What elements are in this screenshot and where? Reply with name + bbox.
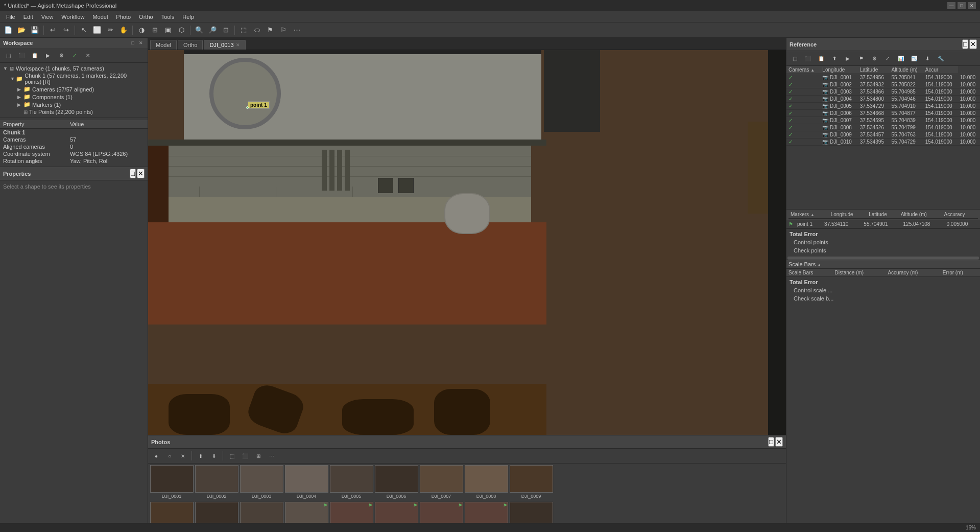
open-button[interactable]: 📂 <box>15 24 28 36</box>
workspace-close-btn[interactable]: ✕ <box>137 39 145 47</box>
tab-model[interactable]: Model <box>150 40 177 50</box>
ref-tb10[interactable]: 📉 <box>908 52 920 64</box>
zoom-in-button[interactable]: 🔍 <box>193 24 205 36</box>
menu-edit[interactable]: Edit <box>19 13 37 21</box>
view3-button[interactable]: ⬡ <box>175 24 187 36</box>
cameras-col-header[interactable]: Cameras ▲ <box>786 66 820 74</box>
photos-tb1[interactable]: ● <box>150 450 162 462</box>
components-item[interactable]: ▶ 📁 Components (1) <box>16 93 146 101</box>
camera-row[interactable]: ✓📷 DJI_000337.53486655.704985154.0190001… <box>786 88 980 96</box>
photos-tb4[interactable]: ⬆ <box>195 450 207 462</box>
new-button[interactable]: 📄 <box>2 24 14 36</box>
markers-item[interactable]: ▶ 📁 Markers (1) <box>16 101 146 108</box>
reference-cameras-table-container[interactable]: Cameras ▲ Longitude Latitude Altitude (m… <box>786 66 980 209</box>
flag-button[interactable]: ⚐ <box>277 24 290 36</box>
photos-tb5[interactable]: ⬇ <box>208 450 220 462</box>
photos-expand-btn[interactable]: □ <box>768 437 774 447</box>
reference-expand-btn[interactable]: □ <box>962 39 968 49</box>
reference-close-btn[interactable]: ✕ <box>969 39 977 49</box>
chunk-item[interactable]: ▼ 📁 Chunk 1 (57 cameras, 1 markers, 22,2… <box>9 72 146 85</box>
redo-button[interactable]: ↪ <box>60 24 72 36</box>
crop-button[interactable]: ⬚ <box>237 24 250 36</box>
ref-tb6[interactable]: ⚑ <box>855 52 867 64</box>
photo-item-dji0001[interactable]: DJI_0001 <box>149 465 194 499</box>
ref-tb1[interactable]: ⬚ <box>788 52 801 64</box>
camera-row[interactable]: ✓📷 DJI_000837.53452655.704799154.0190001… <box>786 124 980 131</box>
photo-item-dji0004[interactable]: DJI_0004 <box>284 465 329 499</box>
view1-button[interactable]: ⊞ <box>149 24 161 36</box>
ref-tb7[interactable]: ⚙ <box>868 52 880 64</box>
camera-row[interactable]: ✓📷 DJI_000537.53472955.704910154.1190001… <box>786 103 980 110</box>
marker-row-point1[interactable]: ⚑ point 1 37.534110 55.704901 125.047108… <box>786 220 980 228</box>
photo-item-dji0007[interactable]: DJI_0007 <box>419 465 464 499</box>
tab-dji0013-close[interactable]: ✕ <box>236 42 240 48</box>
ref-tb4[interactable]: ⬆ <box>828 52 841 64</box>
draw-button[interactable]: ✏ <box>104 24 116 36</box>
photo-item-dji0006[interactable]: DJI_0006 <box>374 465 419 499</box>
ref-tb8[interactable]: ✓ <box>881 52 894 64</box>
accuracy-col-header[interactable]: Accur <box>923 66 958 74</box>
camera-row[interactable]: ✓📷 DJI_000137.53495655.705041154.3190001… <box>786 74 980 81</box>
ws-btn2[interactable]: ⬛ <box>15 49 28 61</box>
control-points-item[interactable]: Control points <box>790 238 977 246</box>
view2-button[interactable]: ▣ <box>162 24 174 36</box>
camera-row[interactable]: ✓📷 DJI_000637.53466855.704877154.0190001… <box>786 110 980 117</box>
ref-tb3[interactable]: 📋 <box>815 52 827 64</box>
check-points-item[interactable]: Check points <box>790 246 977 255</box>
camera-row[interactable]: ✓📷 DJI_000737.53459555.704839154.1190001… <box>786 117 980 124</box>
photo-item-dji0009[interactable]: DJI_0009 <box>509 465 554 499</box>
contrast-button[interactable]: ◑ <box>135 24 148 36</box>
ws-x[interactable]: ✕ <box>82 49 94 61</box>
cameras-item[interactable]: ▶ 📁 Cameras (57/57 aligned) <box>16 85 146 93</box>
ref-tb11[interactable]: ⬇ <box>921 52 934 64</box>
photos-tb2[interactable]: ○ <box>163 450 176 462</box>
photos-tb7[interactable]: ⬛ <box>239 450 251 462</box>
save-button[interactable]: 💾 <box>29 24 41 36</box>
photo-item-dji0008[interactable]: DJI_0008 <box>464 465 509 499</box>
photo-item-dji0002[interactable]: DJI_0002 <box>194 465 239 499</box>
photos-tb9[interactable]: ⋯ <box>266 450 278 462</box>
fit-button[interactable]: ⊡ <box>220 24 232 36</box>
menu-help[interactable]: Help <box>178 13 198 21</box>
longitude-col-header[interactable]: Longitude <box>820 66 857 74</box>
ref-tb2[interactable]: ⬛ <box>802 52 814 64</box>
latitude-col-header[interactable]: Latitude <box>858 66 890 74</box>
photos-tb8[interactable]: ⊞ <box>252 450 265 462</box>
tab-dji0013[interactable]: DJI_0013 ✕ <box>204 40 245 50</box>
camera-row[interactable]: ✓📷 DJI_000437.53480055.704946154.0190001… <box>786 96 980 103</box>
properties-close-btn[interactable]: ✕ <box>137 169 145 178</box>
properties-expand-btn[interactable]: □ <box>130 169 136 178</box>
menu-view[interactable]: View <box>37 13 58 21</box>
camera-row[interactable]: ✓📷 DJI_001037.53439555.704729154.0190001… <box>786 138 980 146</box>
undo-button[interactable]: ↩ <box>46 24 59 36</box>
more-button[interactable]: ⋯ <box>291 24 303 36</box>
tab-ortho[interactable]: Ortho <box>178 40 203 50</box>
viewport[interactable]: point 1 <box>148 50 786 435</box>
menu-tools[interactable]: Tools <box>157 13 179 21</box>
ws-btn1[interactable]: ⬚ <box>2 49 14 61</box>
select-rect-button[interactable]: ⬜ <box>91 24 103 36</box>
minimize-button[interactable]: — <box>947 2 955 9</box>
marker-button[interactable]: ⚑ <box>264 24 276 36</box>
tiepoints-item[interactable]: ▶ ⊞ Tie Points (22,200 points) <box>16 108 146 115</box>
ws-btn3[interactable]: 📋 <box>29 49 41 61</box>
hand-button[interactable]: ✋ <box>117 24 130 36</box>
ref-tb12[interactable]: 🔧 <box>935 52 947 64</box>
ws-btn4[interactable]: ▶ <box>42 49 54 61</box>
ref-tb5[interactable]: ▶ <box>842 52 854 64</box>
ref-tb9[interactable]: 📊 <box>895 52 907 64</box>
ws-check[interactable]: ✓ <box>68 49 81 61</box>
camera-row[interactable]: ✓📷 DJI_000937.53445755.704763154.1190001… <box>786 131 980 138</box>
photo-item-dji0005[interactable]: DJI_0005 <box>329 465 374 499</box>
menu-file[interactable]: File <box>2 13 19 21</box>
maximize-button[interactable]: □ <box>958 2 966 9</box>
zoom-out-button[interactable]: 🔎 <box>206 24 219 36</box>
ws-settings[interactable]: ⚙ <box>55 49 67 61</box>
menu-workflow[interactable]: Workflow <box>57 13 88 21</box>
workspace-expand-btn[interactable]: □ <box>129 39 136 47</box>
menu-photo[interactable]: Photo <box>112 13 135 21</box>
workspace-root[interactable]: ▼ 🖥 Workspace (1 chunks, 57 cameras) <box>2 65 146 72</box>
altitude-col-header[interactable]: Altitude (m) <box>890 66 923 74</box>
view-mode-button[interactable]: ⬭ <box>251 24 263 36</box>
menu-model[interactable]: Model <box>88 13 112 21</box>
